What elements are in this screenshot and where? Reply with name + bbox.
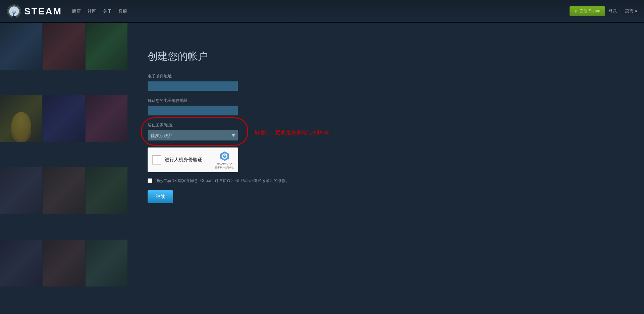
confirm-email-group: 确认您的电子邮件地址 [148, 98, 349, 116]
game-cover-7 [0, 167, 42, 214]
game-cover-10 [0, 240, 42, 287]
main-nav: 商店 社区 关于 客服 [72, 8, 127, 14]
recaptcha-brand-text: reCAPTCHA [217, 162, 232, 165]
game-cover-6 [86, 95, 127, 142]
nav-community[interactable]: 社区 [88, 8, 96, 14]
login-link[interactable]: 登录 [608, 8, 617, 14]
main-content: 创建您的帐户 电子邮件地址 确认您的电子邮件地址 居住国家/地区 俄罗斯联邦 中… [0, 23, 644, 311]
game-cover-9 [86, 167, 127, 214]
header-divider: | [621, 9, 622, 14]
terms-row: 我已年满 13 周岁并同意《Steam 订户协议》和《Valve 隐私政策》的条… [148, 178, 315, 184]
game-cover-2 [43, 23, 85, 70]
email-label: 电子邮件地址 [148, 73, 349, 79]
country-label: 居住国家/地区 [148, 122, 349, 128]
country-group: 居住国家/地区 俄罗斯联邦 中国 美国 日本 ip地址一定要是你要建号的区域 [148, 122, 349, 141]
recaptcha-right: reCAPTCHA 隐私权 · 使用条款 [215, 151, 234, 169]
recaptcha-widget[interactable]: 进行人机身份验证 reCAPTCHA 隐私权 · 使用条款 [148, 147, 238, 172]
nav-support[interactable]: 客服 [118, 8, 127, 14]
header: STEAM 商店 社区 关于 客服 ⬇ 安装 Steam 登录 | 语言 ▾ [0, 0, 644, 23]
nav-store[interactable]: 商店 [72, 8, 81, 14]
email-input[interactable] [148, 81, 238, 91]
terms-checkbox[interactable] [148, 178, 152, 183]
country-select[interactable]: 俄罗斯联邦 中国 美国 日本 [148, 130, 238, 141]
language-selector[interactable]: 语言 ▾ [625, 8, 637, 14]
page-title: 创建您的帐户 [148, 50, 349, 63]
recaptcha-privacy-text: 隐私权 · 使用条款 [215, 166, 234, 169]
continue-button[interactable]: 继续 [148, 190, 173, 203]
header-left: STEAM 商店 社区 关于 客服 [7, 4, 127, 19]
steam-logo: STEAM [7, 4, 62, 19]
header-right: ⬇ 安装 Steam 登录 | 语言 ▾ [570, 6, 637, 16]
game-cover-12 [86, 240, 127, 287]
game-cover-4 [0, 95, 42, 142]
registration-form-container: 创建您的帐户 电子邮件地址 确认您的电子邮件地址 居住国家/地区 俄罗斯联邦 中… [148, 43, 349, 203]
game-cover-8 [43, 167, 85, 214]
recaptcha-label: 进行人机身份验证 [165, 157, 202, 163]
language-label: 语言 [625, 8, 634, 14]
terms-text: 我已年满 13 周岁并同意《Steam 订户协议》和《Valve 隐私政策》的条… [155, 178, 290, 184]
install-steam-button[interactable]: ⬇ 安装 Steam [570, 6, 605, 16]
recaptcha-logo-icon [219, 151, 230, 162]
steam-brand-name: STEAM [24, 6, 62, 17]
recaptcha-left: 进行人机身份验证 [152, 155, 202, 165]
game-cover-3 [86, 23, 127, 70]
country-hint-text: ip地址一定要是你要建号的区域 [255, 129, 329, 136]
email-group: 电子邮件地址 [148, 73, 349, 91]
game-cover-5 [43, 95, 85, 142]
recaptcha-checkbox[interactable] [152, 155, 161, 165]
nav-about[interactable]: 关于 [103, 8, 112, 14]
steam-logo-icon [7, 4, 21, 19]
install-steam-label: 安装 Steam [580, 8, 600, 14]
game-cover-11 [43, 240, 85, 287]
confirm-email-input[interactable] [148, 106, 238, 116]
game-cover-1 [0, 23, 42, 70]
download-icon: ⬇ [574, 9, 578, 14]
chevron-down-icon: ▾ [635, 9, 637, 14]
confirm-email-label: 确认您的电子邮件地址 [148, 98, 349, 104]
background-game-covers [0, 23, 127, 311]
